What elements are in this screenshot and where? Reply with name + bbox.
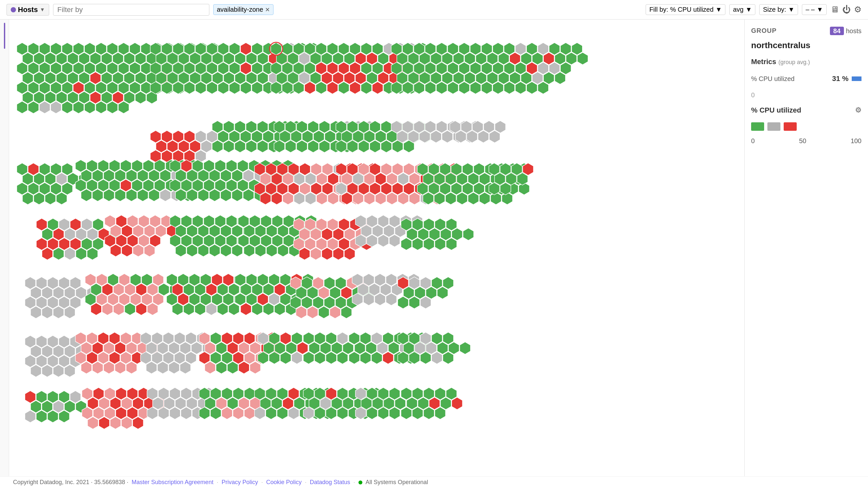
svg-marker-839 — [70, 296, 81, 309]
svg-marker-980 — [59, 335, 69, 348]
filter-input[interactable] — [53, 4, 209, 15]
svg-marker-409 — [370, 140, 380, 153]
privacy-link[interactable]: Privacy Policy — [221, 479, 258, 486]
svg-marker-288 — [459, 62, 469, 74]
svg-marker-1084 — [280, 352, 291, 364]
metrics-sub: (group avg.) — [778, 59, 810, 65]
agg-control[interactable]: avg ▼ — [729, 4, 755, 15]
svg-marker-949 — [341, 306, 352, 319]
svg-marker-1276 — [389, 407, 400, 419]
svg-marker-1221 — [288, 388, 299, 400]
svg-marker-818 — [463, 228, 474, 240]
legend-gray — [767, 122, 780, 131]
svg-marker-891 — [212, 293, 222, 305]
svg-marker-183 — [338, 43, 349, 55]
svg-marker-679 — [76, 228, 87, 240]
svg-marker-1228 — [294, 397, 305, 410]
svg-marker-455 — [45, 192, 56, 205]
svg-marker-254 — [459, 43, 469, 55]
svg-marker-1029 — [169, 342, 179, 354]
right-panel: Group 84 hosts northcentralus Metrics (g… — [744, 20, 868, 488]
svg-marker-98 — [39, 101, 50, 113]
svg-marker-921 — [252, 303, 263, 315]
svg-marker-814 — [418, 228, 429, 240]
svg-marker-609 — [381, 183, 392, 195]
svg-marker-638 — [468, 173, 478, 185]
cpu-settings-icon[interactable]: ⚙ — [855, 106, 862, 115]
svg-marker-975 — [409, 296, 420, 309]
svg-marker-720 — [226, 215, 237, 227]
svg-marker-458 — [87, 160, 97, 172]
svg-marker-1180 — [110, 417, 121, 429]
svg-marker-884 — [228, 283, 239, 296]
svg-marker-259 — [516, 43, 526, 55]
svg-marker-528 — [226, 179, 237, 192]
monitor-icon[interactable]: 🖥 — [831, 5, 839, 14]
svg-marker-60 — [101, 72, 112, 84]
status-link[interactable]: Datadog Status — [310, 479, 350, 486]
hosts-label: Hosts — [18, 5, 38, 14]
svg-marker-850 — [153, 273, 163, 286]
svg-marker-36 — [17, 62, 28, 74]
svg-marker-990 — [48, 355, 58, 367]
cookie-link[interactable]: Cookie Policy — [266, 479, 302, 486]
cpu-section-label: % CPU utilized — [751, 106, 801, 115]
tag-close-button[interactable]: ✕ — [265, 6, 270, 13]
svg-marker-745 — [261, 215, 272, 227]
svg-marker-985 — [64, 345, 75, 358]
settings-icon[interactable]: ⚙ — [854, 5, 862, 14]
svg-marker-1263 — [389, 388, 400, 400]
power-icon[interactable]: ⏻ — [842, 5, 851, 14]
svg-marker-363 — [246, 140, 256, 153]
svg-marker-22 — [67, 53, 78, 65]
svg-marker-330 — [184, 130, 195, 143]
svg-marker-870 — [136, 303, 147, 315]
hosts-selector[interactable]: Hosts ▼ — [6, 4, 49, 15]
svg-marker-856 — [147, 283, 158, 296]
svg-marker-255 — [470, 43, 481, 55]
subscription-link[interactable]: Master Subscription Agreement — [131, 479, 213, 486]
svg-marker-347 — [235, 121, 246, 133]
treemap-area[interactable]: // This SVG is rendered via inline JS be… — [9, 20, 744, 488]
svg-marker-1018 — [103, 361, 114, 374]
svg-marker-454 — [34, 192, 44, 205]
svg-marker-328 — [161, 130, 172, 143]
svg-marker-243 — [372, 82, 383, 94]
copyright-text: Copyright Datadog, Inc. 2021 · 35.566983… — [13, 479, 128, 486]
size-by-control[interactable]: Size by: ▼ — [759, 4, 798, 15]
svg-marker-1192 — [187, 397, 197, 410]
svg-marker-278 — [544, 53, 554, 65]
svg-marker-717 — [192, 215, 203, 227]
range-control[interactable]: – – ▼ — [802, 4, 827, 15]
svg-marker-1216 — [233, 407, 244, 419]
svg-marker-1166 — [99, 397, 110, 410]
svg-marker-185 — [361, 43, 372, 55]
svg-marker-963 — [375, 293, 385, 305]
svg-marker-1066 — [250, 361, 260, 374]
svg-marker-273 — [487, 53, 498, 65]
svg-marker-1005 — [103, 342, 114, 354]
svg-marker-764 — [255, 244, 266, 257]
svg-marker-1006 — [115, 342, 126, 354]
svg-marker-312 — [555, 72, 565, 84]
group-label: Group — [751, 27, 776, 34]
svg-marker-875 — [200, 273, 211, 286]
fill-by-control[interactable]: Fill by: % CPU utilized ▼ — [646, 4, 725, 15]
svg-marker-229 — [378, 72, 389, 84]
svg-marker-862 — [119, 293, 130, 305]
svg-marker-712 — [122, 244, 132, 257]
svg-marker-854 — [125, 283, 135, 296]
svg-marker-439 — [39, 163, 50, 175]
svg-marker-453 — [23, 192, 33, 205]
status-dot — [359, 481, 362, 484]
svg-marker-816 — [440, 228, 451, 240]
svg-marker-326 — [538, 82, 549, 94]
svg-marker-696 — [127, 215, 138, 227]
svg-marker-1190 — [164, 397, 175, 410]
svg-marker-619 — [386, 192, 397, 205]
svg-marker-694 — [105, 215, 116, 227]
svg-marker-941 — [313, 296, 323, 309]
svg-marker-62 — [124, 72, 135, 84]
svg-marker-675 — [93, 218, 103, 231]
svg-marker-1046 — [244, 332, 255, 345]
